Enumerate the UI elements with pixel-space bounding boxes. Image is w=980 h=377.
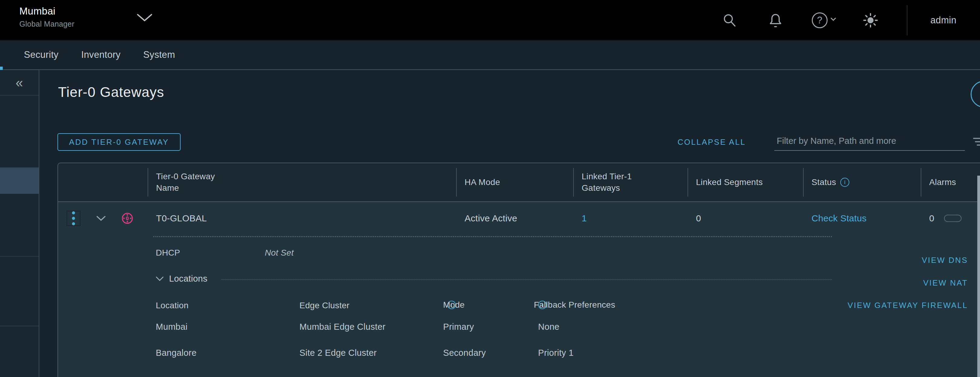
main-content: Tier-0 Gateways ? ADD TIER-0 GATEWAY COL… [39,70,980,377]
header-linked-segments: Linked Segments [687,163,803,201]
help-chevron-down-icon [830,17,836,22]
filter-funnel-icon[interactable] [973,138,980,147]
header-controls-column [58,163,148,201]
row-expand-chevron-icon[interactable] [96,216,106,221]
row-expanded-details: DHCP Not Set VIEW DNS VIEW NAT VIEW GATE… [58,235,980,377]
topbar-actions: ? admin [706,0,980,40]
user-menu[interactable]: admin [907,15,980,26]
header-status: Status i [803,163,921,201]
view-dns-link[interactable]: VIEW DNS [922,256,968,265]
dhcp-row: DHCP Not Set [156,248,294,258]
details-dotted-divider [153,236,832,237]
gateway-name-cell: T0-GLOBAL [148,213,456,224]
locations-dotted-divider [221,279,832,280]
tab-inventory[interactable]: Inventory [81,50,120,60]
add-button-label: ADD TIER-0 GATEWAY [69,137,169,147]
sidebar-section-divider [0,256,39,257]
loc-header-fallback: Fallback Preferences i [534,301,547,309]
row-kebab-menu-icon[interactable] [67,211,80,226]
view-gateway-firewall-link[interactable]: VIEW GATEWAY FIREWALL [848,301,968,310]
svg-text:0: 0 [126,216,129,221]
loc-header-location: Location [156,301,188,310]
sidebar-item-selected[interactable] [0,168,39,194]
active-tab-underline-fragment [0,67,3,70]
tier0-gateway-icon: 0 [121,212,134,225]
page-help-icon[interactable]: ? [970,81,980,107]
page-title: Tier-0 Gateways [58,84,164,100]
ha-mode-cell: Active Active [456,213,573,224]
main-nav-bar: Security Inventory System [0,40,980,70]
collapse-all-button[interactable]: COLLAPSE ALL [678,133,746,151]
site-name: Mumbai [19,5,75,18]
linked-tier1-count-link[interactable]: 1 [582,213,587,223]
sidebar-collapse-button[interactable]: « [0,70,39,95]
table-row-t0-global: 0 T0-GLOBAL Active Active 1 0 [58,202,980,234]
location-selector[interactable]: Mumbai Global Manager [19,5,75,29]
nsx-global-manager-screen: Mumbai Global Manager ? [0,0,980,377]
left-sidebar: « [0,70,39,377]
add-tier0-gateway-button[interactable]: ADD TIER-0 GATEWAY [57,133,181,151]
header-gateway-name: Tier-0 Gateway Name [148,163,456,201]
site-role: Global Manager [19,20,75,29]
notifications-bell-icon[interactable] [768,13,783,28]
loc-header-edge-cluster: Edge Cluster [299,301,349,310]
app-body: « Tier-0 Gateways ? ADD TIER-0 GATEWAY C… [0,70,980,377]
loc-header-mode: Mode i [443,301,456,309]
row-controls: 0 [58,211,148,226]
tab-security[interactable]: Security [24,50,58,60]
locations-section-toggle[interactable]: Locations [156,274,207,284]
locations-label: Locations [169,274,207,284]
collapse-double-chevron-icon: « [16,75,23,90]
locations-chevron-down-icon [156,276,164,281]
tab-system[interactable]: System [143,50,175,60]
alarms-count: 0 [929,213,934,224]
vertical-scrollbar-thumb[interactable] [977,176,980,377]
collapse-all-label: COLLAPSE ALL [678,137,746,147]
header-ha-mode: HA Mode [456,163,573,201]
linked-segments-cell: 0 [687,213,803,224]
dhcp-value: Not Set [265,248,294,258]
status-info-icon[interactable]: i [840,178,850,187]
help-circle-icon: ? [812,13,827,28]
dhcp-label: DHCP [156,248,180,258]
alarms-cell: 0 [921,213,980,224]
table-body: 0 T0-GLOBAL Active Active 1 0 [58,201,980,377]
alarms-progress-pill [944,215,962,222]
location-chevron-down-icon[interactable] [137,13,153,23]
filter-input[interactable] [774,133,965,151]
top-bar: Mumbai Global Manager ? [0,0,980,40]
tier0-gateways-table: Tier-0 Gateway Name HA Mode Linked Tier-… [57,163,980,377]
view-nat-link[interactable]: VIEW NAT [923,278,968,288]
header-alarms: Alarms [921,163,980,201]
help-menu[interactable]: ? [812,13,836,28]
check-status-link[interactable]: Check Status [811,213,867,223]
search-icon[interactable] [722,13,737,28]
theme-sun-icon[interactable] [863,13,878,28]
help-glyph: ? [817,15,822,26]
table-header-row: Tier-0 Gateway Name HA Mode Linked Tier-… [58,163,980,201]
header-linked-tier1: Linked Tier-1 Gateways [573,163,687,201]
